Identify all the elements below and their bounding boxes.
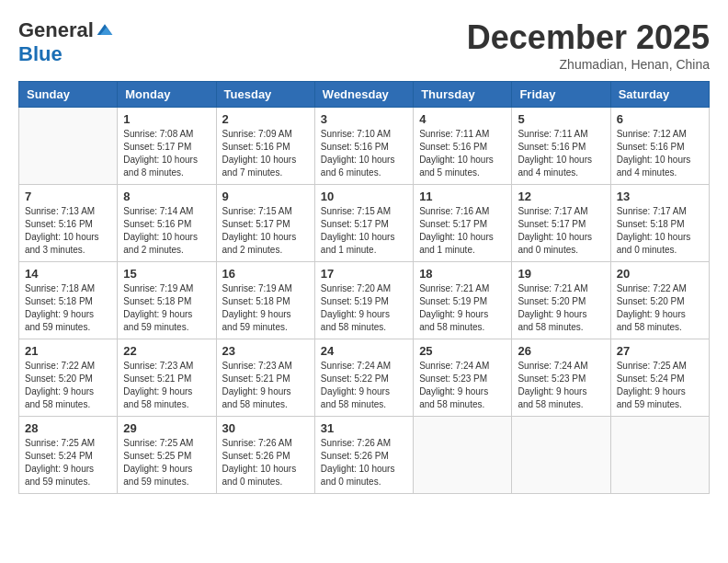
table-row: 27Sunrise: 7:25 AMSunset: 5:24 PMDayligh… [610, 339, 709, 417]
logo: General Blue [18, 18, 114, 66]
location-subtitle: Zhumadian, Henan, China [467, 57, 710, 72]
day-info: Sunrise: 7:15 AMSunset: 5:17 PMDaylight:… [321, 205, 407, 257]
day-info: Sunrise: 7:13 AMSunset: 5:16 PMDaylight:… [25, 205, 111, 257]
day-number: 16 [222, 267, 309, 281]
day-info: Sunrise: 7:16 AMSunset: 5:17 PMDaylight:… [419, 205, 506, 257]
table-row: 16Sunrise: 7:19 AMSunset: 5:18 PMDayligh… [216, 262, 314, 339]
day-info: Sunrise: 7:19 AMSunset: 5:18 PMDaylight:… [222, 282, 309, 334]
day-number: 2 [222, 112, 309, 126]
table-row: 11Sunrise: 7:16 AMSunset: 5:17 PMDayligh… [414, 185, 512, 262]
day-info: Sunrise: 7:09 AMSunset: 5:16 PMDaylight:… [222, 128, 309, 179]
table-row: 7Sunrise: 7:13 AMSunset: 5:16 PMDaylight… [19, 185, 118, 262]
table-row: 1Sunrise: 7:08 AMSunset: 5:17 PMDaylight… [118, 108, 216, 185]
day-info: Sunrise: 7:14 AMSunset: 5:16 PMDaylight:… [123, 205, 210, 257]
table-row: 10Sunrise: 7:15 AMSunset: 5:17 PMDayligh… [314, 185, 413, 262]
table-row: 14Sunrise: 7:18 AMSunset: 5:18 PMDayligh… [19, 262, 118, 339]
table-row: 20Sunrise: 7:22 AMSunset: 5:20 PMDayligh… [610, 262, 709, 339]
day-info: Sunrise: 7:22 AMSunset: 5:20 PMDaylight:… [617, 282, 703, 334]
day-info: Sunrise: 7:25 AMSunset: 5:25 PMDaylight:… [123, 437, 210, 488]
col-tuesday: Tuesday [216, 82, 314, 108]
table-row: 4Sunrise: 7:11 AMSunset: 5:16 PMDaylight… [414, 108, 512, 185]
table-row: 15Sunrise: 7:19 AMSunset: 5:18 PMDayligh… [118, 262, 216, 339]
table-row: 19Sunrise: 7:21 AMSunset: 5:20 PMDayligh… [512, 262, 610, 339]
day-info: Sunrise: 7:11 AMSunset: 5:16 PMDaylight:… [419, 128, 506, 179]
day-number: 19 [518, 267, 604, 281]
calendar-header-row: Sunday Monday Tuesday Wednesday Thursday… [19, 82, 710, 108]
day-number: 28 [25, 421, 111, 435]
day-number: 17 [321, 267, 407, 281]
table-row: 26Sunrise: 7:24 AMSunset: 5:23 PMDayligh… [512, 339, 610, 417]
day-info: Sunrise: 7:26 AMSunset: 5:26 PMDaylight:… [321, 437, 407, 488]
calendar-week-row: 1Sunrise: 7:08 AMSunset: 5:17 PMDaylight… [19, 108, 710, 185]
day-info: Sunrise: 7:15 AMSunset: 5:17 PMDaylight:… [222, 205, 309, 257]
table-row: 23Sunrise: 7:23 AMSunset: 5:21 PMDayligh… [216, 339, 314, 417]
table-row: 29Sunrise: 7:25 AMSunset: 5:25 PMDayligh… [118, 417, 216, 494]
day-info: Sunrise: 7:22 AMSunset: 5:20 PMDaylight:… [25, 360, 111, 411]
logo-blue: Blue [18, 42, 63, 66]
table-row: 22Sunrise: 7:23 AMSunset: 5:21 PMDayligh… [118, 339, 216, 417]
day-number: 23 [222, 344, 309, 358]
day-number: 22 [123, 344, 210, 358]
day-info: Sunrise: 7:24 AMSunset: 5:23 PMDaylight:… [518, 360, 604, 411]
table-row [19, 108, 118, 185]
table-row: 3Sunrise: 7:10 AMSunset: 5:16 PMDaylight… [314, 108, 413, 185]
day-info: Sunrise: 7:26 AMSunset: 5:26 PMDaylight:… [222, 437, 309, 488]
day-info: Sunrise: 7:25 AMSunset: 5:24 PMDaylight:… [617, 360, 703, 411]
table-row: 25Sunrise: 7:24 AMSunset: 5:23 PMDayligh… [414, 339, 512, 417]
calendar-week-row: 14Sunrise: 7:18 AMSunset: 5:18 PMDayligh… [19, 262, 710, 339]
calendar-week-row: 28Sunrise: 7:25 AMSunset: 5:24 PMDayligh… [19, 417, 710, 494]
day-number: 4 [419, 112, 506, 126]
table-row: 12Sunrise: 7:17 AMSunset: 5:17 PMDayligh… [512, 185, 610, 262]
col-friday: Friday [512, 82, 610, 108]
calendar-week-row: 7Sunrise: 7:13 AMSunset: 5:16 PMDaylight… [19, 185, 710, 262]
day-info: Sunrise: 7:21 AMSunset: 5:20 PMDaylight:… [518, 282, 604, 334]
col-wednesday: Wednesday [314, 82, 413, 108]
day-info: Sunrise: 7:20 AMSunset: 5:19 PMDaylight:… [321, 282, 407, 334]
day-info: Sunrise: 7:17 AMSunset: 5:18 PMDaylight:… [617, 205, 703, 257]
day-info: Sunrise: 7:11 AMSunset: 5:16 PMDaylight:… [518, 128, 604, 179]
day-info: Sunrise: 7:23 AMSunset: 5:21 PMDaylight:… [222, 360, 309, 411]
day-number: 9 [222, 190, 309, 203]
table-row: 6Sunrise: 7:12 AMSunset: 5:16 PMDaylight… [610, 108, 709, 185]
table-row: 5Sunrise: 7:11 AMSunset: 5:16 PMDaylight… [512, 108, 610, 185]
month-title: December 2025 [467, 18, 710, 57]
day-number: 15 [123, 267, 210, 281]
day-info: Sunrise: 7:17 AMSunset: 5:17 PMDaylight:… [518, 205, 604, 257]
day-info: Sunrise: 7:21 AMSunset: 5:19 PMDaylight:… [419, 282, 506, 334]
day-number: 7 [25, 190, 111, 203]
col-monday: Monday [118, 82, 216, 108]
table-row: 13Sunrise: 7:17 AMSunset: 5:18 PMDayligh… [610, 185, 709, 262]
day-number: 12 [518, 190, 604, 203]
day-number: 10 [321, 190, 407, 203]
table-row: 2Sunrise: 7:09 AMSunset: 5:16 PMDaylight… [216, 108, 314, 185]
day-number: 20 [617, 267, 703, 281]
calendar-week-row: 21Sunrise: 7:22 AMSunset: 5:20 PMDayligh… [19, 339, 710, 417]
table-row: 9Sunrise: 7:15 AMSunset: 5:17 PMDaylight… [216, 185, 314, 262]
day-info: Sunrise: 7:12 AMSunset: 5:16 PMDaylight:… [617, 128, 703, 179]
calendar-body: 1Sunrise: 7:08 AMSunset: 5:17 PMDaylight… [19, 108, 710, 494]
day-info: Sunrise: 7:08 AMSunset: 5:17 PMDaylight:… [123, 128, 210, 179]
day-number: 8 [123, 190, 210, 203]
table-row: 31Sunrise: 7:26 AMSunset: 5:26 PMDayligh… [314, 417, 413, 494]
day-number: 30 [222, 421, 309, 435]
table-row [414, 417, 512, 494]
day-info: Sunrise: 7:24 AMSunset: 5:23 PMDaylight:… [419, 360, 506, 411]
day-number: 29 [123, 421, 210, 435]
table-row: 24Sunrise: 7:24 AMSunset: 5:22 PMDayligh… [314, 339, 413, 417]
day-number: 31 [321, 421, 407, 435]
day-info: Sunrise: 7:10 AMSunset: 5:16 PMDaylight:… [321, 128, 407, 179]
col-thursday: Thursday [414, 82, 512, 108]
day-number: 3 [321, 112, 407, 126]
day-info: Sunrise: 7:18 AMSunset: 5:18 PMDaylight:… [25, 282, 111, 334]
day-number: 1 [123, 112, 210, 126]
table-row: 30Sunrise: 7:26 AMSunset: 5:26 PMDayligh… [216, 417, 314, 494]
day-number: 5 [518, 112, 604, 126]
table-row [512, 417, 610, 494]
day-info: Sunrise: 7:19 AMSunset: 5:18 PMDaylight:… [123, 282, 210, 334]
day-number: 14 [25, 267, 111, 281]
col-sunday: Sunday [19, 82, 118, 108]
day-number: 21 [25, 344, 111, 358]
day-number: 18 [419, 267, 506, 281]
table-row: 17Sunrise: 7:20 AMSunset: 5:19 PMDayligh… [314, 262, 413, 339]
day-number: 6 [617, 112, 703, 126]
